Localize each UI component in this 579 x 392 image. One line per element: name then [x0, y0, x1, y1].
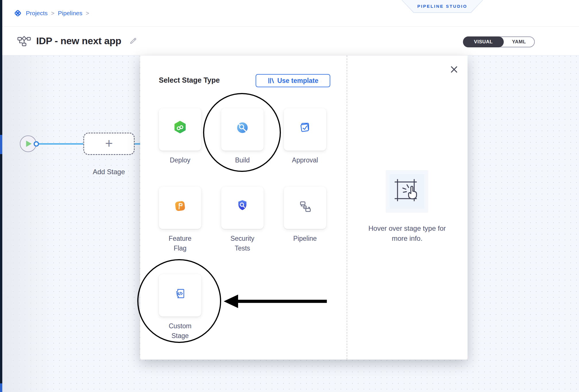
- stage-card-security-tests[interactable]: [221, 187, 264, 229]
- pipeline-flowchart-icon: [17, 35, 31, 47]
- stage-label-feature-flag: Feature Flag: [148, 234, 212, 253]
- stage-card-build[interactable]: [221, 108, 264, 151]
- harness-logo-icon[interactable]: [14, 9, 22, 17]
- breadcrumb: Projects > Pipelines >: [2, 0, 579, 27]
- breadcrumb-projects-link[interactable]: Projects: [26, 10, 48, 17]
- approval-check-icon: [298, 120, 312, 135]
- select-stage-type-modal: Select Stage Type Use template: [140, 55, 468, 360]
- stage-label-pipeline: Pipeline: [273, 234, 337, 243]
- use-template-label: Use template: [277, 77, 318, 85]
- toggle-visual-button[interactable]: VISUAL: [463, 36, 504, 47]
- stage-label-deploy: Deploy: [148, 155, 212, 165]
- add-stage-button[interactable]: +: [83, 133, 135, 155]
- modal-title: Select Stage Type: [159, 76, 220, 84]
- stage-label-build: Build: [211, 155, 274, 165]
- cd-hexagon-icon: [173, 120, 188, 135]
- stage-label-approval: Approval: [273, 155, 337, 165]
- edit-pencil-icon[interactable]: [129, 37, 137, 45]
- modal-panel-divider: [347, 55, 347, 360]
- view-mode-toggle: VISUAL YAML: [463, 36, 535, 47]
- collapsed-nav-rail: [0, 0, 2, 392]
- play-icon: [26, 141, 32, 147]
- add-stage-label: Add Stage: [80, 168, 138, 176]
- nav-rail-bottom-segment: [0, 383, 2, 392]
- custom-code-icon: [173, 286, 188, 301]
- stage-card-pipeline[interactable]: [284, 187, 326, 229]
- ci-circle-icon: [235, 120, 250, 135]
- stage-card-feature-flag[interactable]: [159, 187, 201, 229]
- stage-label-custom-stage: Custom Stage: [148, 321, 212, 341]
- connector-port-dot: [34, 141, 39, 147]
- security-shield-icon: [235, 199, 250, 214]
- hover-info-text: Hover over stage type for more info.: [347, 223, 468, 243]
- stage-card-deploy[interactable]: [159, 108, 201, 151]
- hover-info-illustration: [386, 170, 428, 213]
- nav-rail-active-segment: [0, 135, 2, 154]
- stage-card-approval[interactable]: [284, 108, 326, 151]
- pipeline-studio-badge-label: PIPELINE STUDIO: [417, 4, 467, 9]
- breadcrumb-pipelines-link[interactable]: Pipelines: [58, 10, 82, 17]
- pipeline-studio-badge: PIPELINE STUDIO: [402, 0, 483, 13]
- stage-label-security-tests: Security Tests: [211, 234, 274, 253]
- pipeline-studio-app: Projects > Pipelines > PIPELINE STUDIO I…: [0, 0, 579, 392]
- plus-icon: +: [105, 137, 113, 149]
- hover-click-sketch-icon: [390, 175, 424, 208]
- close-modal-button[interactable]: [449, 65, 459, 74]
- use-template-button[interactable]: Use template: [256, 74, 330, 87]
- feature-flag-icon: [173, 199, 188, 214]
- canvas-shade: [2, 55, 54, 392]
- toggle-yaml-button[interactable]: YAML: [504, 37, 534, 47]
- breadcrumb-separator-icon: >: [86, 10, 89, 17]
- page-title: IDP - new next app: [36, 35, 121, 46]
- breadcrumb-separator-icon: >: [51, 10, 55, 17]
- template-library-icon: [267, 77, 274, 84]
- stage-card-custom-stage[interactable]: [159, 274, 201, 317]
- pipeline-chain-icon: [298, 199, 312, 214]
- close-icon: [450, 65, 458, 73]
